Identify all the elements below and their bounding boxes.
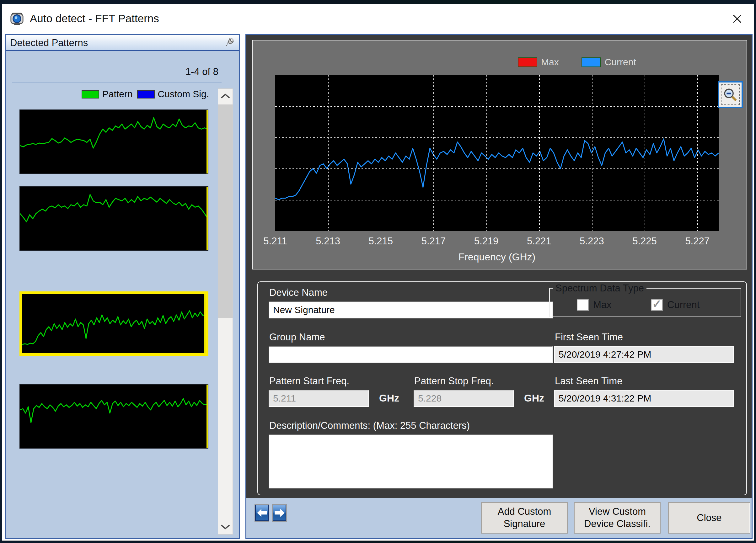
zoom-out-button[interactable] <box>718 81 743 108</box>
legend-pattern: Pattern <box>82 89 133 100</box>
view-custom-device-classification-button[interactable]: View Custom Device Classifi. <box>574 502 661 534</box>
legend-custom-sig-label: Custom Sig. <box>158 89 209 100</box>
detected-patterns-panel: Detected Patterns 1-4 of 8 Pattern Custo… <box>5 34 240 539</box>
last-seen-label: Last Seen Time <box>555 375 622 387</box>
legend-current: Current <box>582 57 636 67</box>
gridline-horizontal <box>275 169 719 169</box>
custom-sig-swatch <box>137 90 155 99</box>
current-swatch <box>582 57 601 67</box>
spectrum-plot-area[interactable] <box>275 75 719 231</box>
next-page-button[interactable] <box>272 504 287 522</box>
legend-max-label: Max <box>541 57 559 67</box>
legend-max: Max <box>518 57 559 67</box>
scroll-up-button[interactable] <box>218 89 233 104</box>
stop-freq-unit: GHz <box>524 392 544 404</box>
close-icon <box>732 13 743 24</box>
detected-patterns-title: Detected Patterns <box>10 37 88 49</box>
first-seen-label: First Seen Time <box>555 331 623 343</box>
chart-legend: Max Current <box>518 57 636 67</box>
pattern-thumbnail-1[interactable] <box>19 110 208 174</box>
pin-icon[interactable] <box>223 37 235 49</box>
add-custom-signature-button[interactable]: Add Custom Signature <box>481 502 568 534</box>
gridline-vertical <box>539 75 540 231</box>
max-swatch <box>518 57 537 67</box>
signature-detail-panel: Max Current 5.2115.2135.2155.2175.2195. <box>245 34 753 539</box>
spectrum-data-type-group: Spectrum Data Type Max Current <box>549 282 741 317</box>
arrow-left-icon <box>256 508 268 518</box>
x-tick-label: 5.221 <box>527 236 551 247</box>
start-freq-unit: GHz <box>379 392 399 404</box>
max-checkbox[interactable] <box>577 299 589 311</box>
close-button[interactable]: Close <box>668 502 750 534</box>
current-checkbox <box>651 299 663 311</box>
pattern-thumbnail-3[interactable] <box>19 291 208 356</box>
x-axis-ticks: 5.2115.2135.2155.2175.2195.2215.2235.225… <box>275 236 719 248</box>
device-name-label: Device Name <box>269 287 328 298</box>
gridline-vertical <box>433 75 434 231</box>
x-tick-label: 5.217 <box>421 236 446 247</box>
gridline-vertical <box>381 75 381 231</box>
close-window-button[interactable] <box>729 12 745 26</box>
gridline-horizontal <box>275 106 719 107</box>
device-name-input[interactable] <box>269 301 553 318</box>
scroll-down-button[interactable] <box>218 519 233 534</box>
gridline-horizontal <box>275 137 719 138</box>
window-title: Auto detect - FFT Patterns <box>30 12 159 25</box>
pattern-count: 1-4 of 8 <box>185 66 218 78</box>
gridline-vertical <box>486 75 487 231</box>
description-label: Description/Comments: (Max: 255 Characte… <box>269 420 470 431</box>
legend-pattern-label: Pattern <box>102 89 133 100</box>
spectrum-data-type-label: Spectrum Data Type <box>553 282 646 294</box>
detected-patterns-header: Detected Patterns <box>6 35 239 51</box>
current-checkbox-label: Current <box>667 299 700 310</box>
scrollbar-thumb[interactable] <box>218 105 233 318</box>
group-name-label: Group Name <box>269 331 325 343</box>
chevron-up-icon <box>220 93 231 100</box>
pattern-thumbnail-4[interactable] <box>19 384 208 449</box>
title-bar: Auto detect - FFT Patterns <box>2 4 754 34</box>
x-tick-label: 5.225 <box>632 236 657 247</box>
signature-form: Device Name Spectrum Data Type Max Curre… <box>257 281 747 495</box>
dialog-window: Auto detect - FFT Patterns Detected Patt… <box>2 4 754 541</box>
gridline-vertical <box>592 75 592 231</box>
previous-page-button[interactable] <box>255 504 269 522</box>
stop-freq-label: Pattern Stop Freq. <box>414 375 494 387</box>
divider <box>12 82 222 83</box>
legend-current-label: Current <box>605 57 636 67</box>
pattern-legend: Pattern Custom Sig. <box>6 89 222 100</box>
max-checkbox-label: Max <box>593 299 612 310</box>
gridline-vertical <box>697 75 698 231</box>
thumbnail-scrollbar[interactable] <box>218 89 233 535</box>
x-tick-label: 5.213 <box>316 236 340 247</box>
marquee-border <box>721 84 740 105</box>
x-tick-label: 5.211 <box>263 236 287 247</box>
chevron-down-icon <box>220 524 231 530</box>
first-seen-value: 5/20/2019 4:27:42 PM <box>554 346 734 363</box>
x-axis-title: Frequency (GHz) <box>275 251 719 263</box>
pattern-swatch <box>82 90 99 99</box>
last-seen-value: 5/20/2019 4:31:22 PM <box>554 390 734 407</box>
arrow-right-icon <box>274 508 286 518</box>
app-icon <box>10 12 24 26</box>
pattern-thumbnail-2[interactable] <box>19 186 208 251</box>
x-tick-label: 5.223 <box>580 236 604 247</box>
stop-freq-value: 5.228 <box>414 390 514 407</box>
start-freq-label: Pattern Start Freq. <box>269 375 349 387</box>
gridline-horizontal <box>275 200 719 201</box>
gridline-vertical <box>645 75 645 231</box>
spectrum-chart: Max Current 5.2115.2135.2155.2175.2195. <box>252 40 747 270</box>
x-tick-label: 5.227 <box>685 236 710 247</box>
max-checkbox-row: Max <box>577 299 612 311</box>
footer-bar: Add Custom Signature View Custom Device … <box>246 498 752 538</box>
legend-custom-sig: Custom Sig. <box>137 89 209 100</box>
current-checkbox-row: Current <box>651 299 700 311</box>
start-freq-value: 5.211 <box>269 390 369 407</box>
description-textarea[interactable] <box>269 434 553 488</box>
group-name-input[interactable] <box>269 346 553 363</box>
x-tick-label: 5.215 <box>368 236 393 247</box>
gridline-vertical <box>328 75 329 231</box>
x-tick-label: 5.219 <box>474 236 499 247</box>
